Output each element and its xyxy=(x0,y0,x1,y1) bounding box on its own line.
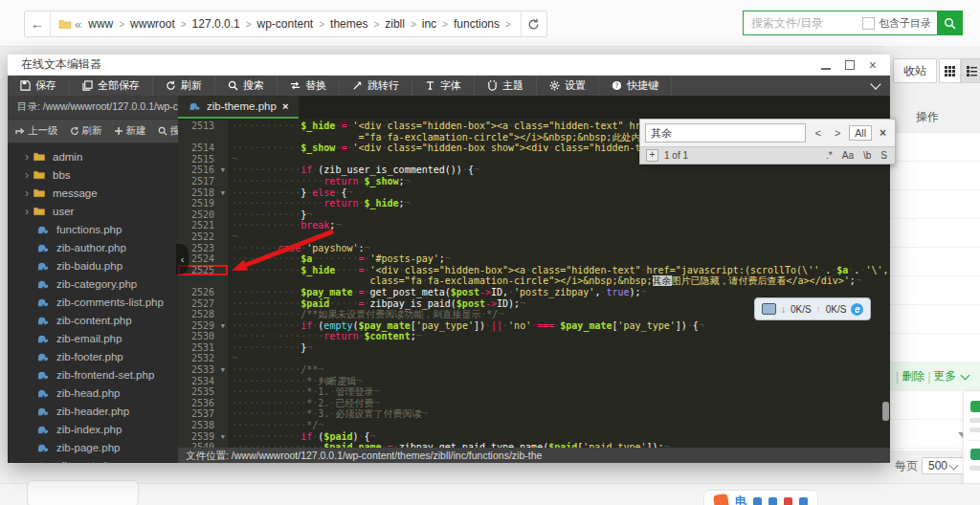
tab-close-icon[interactable]: × xyxy=(282,100,288,112)
tree-file-zib-email.php[interactable]: zib-email.php xyxy=(8,329,178,347)
more-link[interactable]: 更多 xyxy=(930,368,959,384)
tree-folder-admin[interactable]: ›admin xyxy=(8,147,178,165)
php-file-icon xyxy=(36,297,50,307)
whole-word-toggle[interactable]: \b xyxy=(861,150,873,161)
editor-pane: ‹ zib-theme.php × 2513············$_hide… xyxy=(178,96,890,463)
line-number: 2526 xyxy=(178,287,228,298)
tree-file-zib-author.php[interactable]: zib-author.php xyxy=(8,238,178,256)
find-input[interactable] xyxy=(645,123,806,143)
net-speed-widget[interactable]: ↓ 0K/S ↑ 0K/S e xyxy=(754,297,871,320)
close-button[interactable]: × xyxy=(869,58,877,72)
path-refresh-button[interactable] xyxy=(521,11,546,36)
find-next-button[interactable]: > xyxy=(830,127,845,139)
table-row[interactable] xyxy=(890,190,980,219)
up-level-button[interactable]: 上一级 xyxy=(15,124,58,138)
table-row[interactable] xyxy=(890,133,980,162)
php-file-icon xyxy=(36,388,50,398)
tree-refresh-button[interactable]: 刷新 xyxy=(70,124,102,138)
page-size-select[interactable]: 500 xyxy=(922,457,964,474)
save-button[interactable]: 保存 xyxy=(8,76,70,96)
grid-view-button[interactable] xyxy=(939,58,961,83)
delete-link[interactable]: 删除 xyxy=(899,368,927,384)
new-file-button[interactable]: 新建 xyxy=(114,124,146,138)
toolbar-collapse-button[interactable] xyxy=(861,76,890,96)
table-row[interactable] xyxy=(890,219,980,248)
maximize-button[interactable] xyxy=(845,58,855,72)
table-row-selected[interactable]: | 删除 | 更多 xyxy=(890,362,980,391)
refresh-icon xyxy=(527,18,540,31)
line-number: 2515 xyxy=(178,154,228,165)
search-input[interactable] xyxy=(744,16,862,30)
replace-button[interactable]: 替换 xyxy=(278,76,340,96)
tree-folder-message[interactable]: ›message xyxy=(8,184,178,202)
file-name: zib-frontend-set.php xyxy=(56,369,154,381)
table-row[interactable] xyxy=(890,162,980,190)
table-row[interactable] xyxy=(890,276,980,305)
tree-file-zib-footer.php[interactable]: zib-footer.php xyxy=(8,347,178,365)
editor-scrollbar-thumb[interactable] xyxy=(882,402,889,421)
include-subdir-checkbox[interactable] xyxy=(862,17,875,30)
goto-line-button[interactable]: 跳转行 xyxy=(340,76,412,96)
tree-file-zib-frontend-set.php[interactable]: zib-frontend-set.php xyxy=(8,365,178,384)
code-lines: 2513············$_hide·=·'<div·class="hi… xyxy=(178,121,890,448)
selection-toggle[interactable]: S xyxy=(879,150,889,161)
tree-file-zib-baidu.php[interactable]: zib-baidu.php xyxy=(8,256,178,274)
tree-file-zib-post.php[interactable]: zib-post.php xyxy=(8,456,178,463)
breadcrumb-item[interactable]: wwwroot xyxy=(126,17,179,31)
tree-file-zib-category.php[interactable]: zib-category.php xyxy=(8,274,178,293)
settings-button[interactable]: 设置 xyxy=(537,76,599,96)
tree-folder-user[interactable]: ›user xyxy=(8,202,178,220)
hotkeys-button[interactable]: ? 快捷键 xyxy=(599,76,672,96)
find-prev-button[interactable]: < xyxy=(810,127,825,139)
php-file-icon xyxy=(36,243,50,252)
regex-toggle[interactable]: .* xyxy=(824,150,835,161)
refresh-button[interactable]: 刷新 xyxy=(153,76,215,96)
file-name: zib-post.php xyxy=(56,460,117,464)
tree-file-functions.php[interactable]: functions.php xyxy=(8,220,178,238)
table-row[interactable] xyxy=(890,248,980,276)
tree-folder-bbs[interactable]: ›bbs xyxy=(8,165,178,184)
code-line: 2534·············*·判断逻辑¬ xyxy=(178,376,890,387)
table-row[interactable] xyxy=(890,334,980,362)
tree-file-zib-comments-list.php[interactable]: zib-comments-list.php xyxy=(8,293,178,311)
dialog-titlebar[interactable]: 在线文本编辑器 × xyxy=(8,55,890,76)
tree-file-zib-page.php[interactable]: zib-page.php xyxy=(8,438,178,456)
minimize-button[interactable] xyxy=(821,58,831,72)
find-button[interactable]: 搜索 xyxy=(215,76,278,96)
table-row[interactable] xyxy=(890,305,980,334)
save-all-button[interactable]: 全部保存 xyxy=(70,76,153,96)
screen: { "topbar": { "back_icon": "←", "breadcr… xyxy=(0,0,980,505)
tree-file-zib-index.php[interactable]: zib-index.php xyxy=(8,420,178,438)
list-view-button[interactable] xyxy=(961,58,980,83)
breadcrumb: ← « www>wwwroot>127.0.0.1>wp-content>the… xyxy=(24,11,547,37)
font-label: 字体 xyxy=(440,78,461,93)
favorite-button[interactable]: 收站 xyxy=(893,58,937,83)
find-close-button[interactable]: × xyxy=(876,126,890,140)
code-editor[interactable]: 2513············$_hide·=·'<div·class="hi… xyxy=(178,119,890,448)
breadcrumb-item[interactable]: www xyxy=(84,17,117,31)
tab-zib-theme[interactable]: zib-theme.php × xyxy=(178,96,299,119)
back-button[interactable]: ← xyxy=(25,11,51,36)
line-number: 2529▼ xyxy=(178,320,228,332)
file-tree: ›admin›bbs›message›userfunctions.phpzib-… xyxy=(8,143,178,463)
sidebar-collapse-handle[interactable]: ‹ xyxy=(176,244,189,274)
tree-file-zib-head.php[interactable]: zib-head.php xyxy=(8,384,178,402)
case-toggle[interactable]: Aa xyxy=(840,150,856,161)
taskbar-icon xyxy=(784,497,792,505)
breadcrumb-item[interactable]: themes xyxy=(326,17,371,31)
search-button[interactable] xyxy=(937,11,963,35)
font-button[interactable]: 字体 xyxy=(412,76,475,96)
find-all-button[interactable]: All xyxy=(849,125,872,141)
tab-bar: zib-theme.php × xyxy=(178,96,890,119)
tree-file-zib-content.php[interactable]: zib-content.php xyxy=(8,311,178,329)
tree-file-zib-header.php[interactable]: zib-header.php xyxy=(8,402,178,420)
breadcrumb-item[interactable]: zibll xyxy=(381,17,409,31)
back-arrow-icon: ← xyxy=(31,16,44,32)
find-expand-button[interactable]: + xyxy=(646,149,658,162)
breadcrumb-item[interactable]: 127.0.0.1 xyxy=(189,17,244,31)
breadcrumb-item[interactable]: functions xyxy=(450,17,503,31)
breadcrumb-item[interactable]: wp-content xyxy=(254,17,318,31)
theme-button[interactable]: 主题 xyxy=(475,76,537,96)
breadcrumb-separator: > xyxy=(503,19,513,30)
breadcrumb-item[interactable]: inc xyxy=(418,17,440,31)
